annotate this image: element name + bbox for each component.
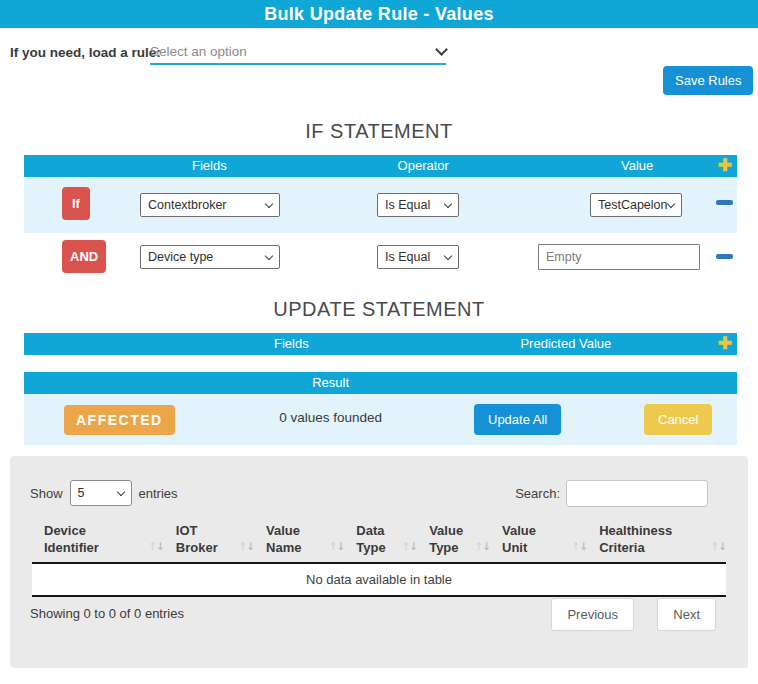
- search-control: Search:: [515, 480, 708, 507]
- column-label: Unit: [502, 540, 527, 555]
- update-header-fields: Fields: [149, 333, 434, 355]
- and-connector-badge: AND: [62, 240, 106, 273]
- sort-icon: ↑↓: [148, 538, 164, 555]
- entries-label: entries: [139, 486, 178, 501]
- column-label: Data: [356, 523, 384, 538]
- update-header-predicted-value: Predicted Value: [452, 333, 680, 355]
- sort-icon: ↑↓: [572, 538, 588, 555]
- result-strip: AFFECTED 0 values founded Update All Can…: [24, 394, 737, 445]
- values-table: Device Identifier ↑↓ IOT Broker ↑↓ Value…: [32, 516, 726, 597]
- column-header-value-unit[interactable]: Value Unit ↑↓: [490, 516, 587, 563]
- and-value-input[interactable]: [538, 244, 700, 270]
- chevron-down-icon: [667, 200, 675, 208]
- show-label: Show: [30, 486, 63, 501]
- column-label: Broker: [176, 540, 218, 555]
- search-label: Search:: [515, 486, 560, 501]
- previous-page-button[interactable]: Previous: [551, 598, 634, 631]
- load-rule-selected-value: Select an option: [150, 44, 247, 59]
- if-header-operator: Operator: [309, 155, 537, 177]
- and-operator-value: Is Equal: [385, 250, 430, 264]
- search-input[interactable]: [566, 480, 708, 507]
- update-all-button[interactable]: Update All: [474, 404, 561, 435]
- add-update-icon[interactable]: ✚: [718, 333, 732, 355]
- chevron-down-icon: [265, 200, 273, 208]
- chevron-down-icon: [435, 43, 448, 56]
- remove-condition-icon[interactable]: [716, 200, 733, 205]
- result-header-label: Result: [24, 372, 637, 394]
- column-header-iot-broker[interactable]: IOT Broker ↑↓: [164, 516, 254, 563]
- result-header-bar: Result: [24, 372, 737, 394]
- add-condition-icon[interactable]: ✚: [718, 155, 732, 177]
- load-rule-label: If you need, load a rule:: [10, 45, 161, 60]
- if-condition-row: If Contextbroker Is Equal TestCapelon: [24, 177, 737, 233]
- remove-condition-icon[interactable]: [716, 254, 733, 259]
- chevron-down-icon: [265, 252, 273, 260]
- if-connector-badge: If: [62, 187, 90, 220]
- chevron-down-icon: [444, 252, 452, 260]
- column-label: Value: [429, 523, 463, 538]
- if-operator-select[interactable]: Is Equal: [377, 193, 459, 217]
- column-label: Value: [502, 523, 536, 538]
- page-size-select[interactable]: 5: [70, 480, 132, 506]
- update-columns-header: Fields Predicted Value ✚: [24, 333, 737, 355]
- update-statement-heading: UPDATE STATEMENT: [0, 298, 758, 321]
- cancel-button[interactable]: Cancel: [644, 404, 712, 435]
- column-label: IOT: [176, 523, 198, 538]
- if-value-select[interactable]: TestCapelon: [590, 193, 682, 217]
- bulk-update-rule-page: Bulk Update Rule - Values If you need, l…: [0, 0, 758, 684]
- show-entries-control: Show 5 entries: [30, 480, 178, 506]
- column-label: Identifier: [44, 540, 99, 555]
- and-condition-row: AND Device type Is Equal: [24, 233, 737, 283]
- results-table-panel: Show 5 entries Search: Device Identifier: [10, 456, 748, 668]
- column-header-device-identifier[interactable]: Device Identifier ↑↓: [32, 516, 164, 563]
- column-label: Type: [356, 540, 385, 555]
- sort-icon: ↑↓: [402, 538, 418, 555]
- column-label: Device: [44, 523, 86, 538]
- sort-icon: ↑↓: [474, 538, 490, 555]
- column-label: Value: [266, 523, 300, 538]
- if-operator-value: Is Equal: [385, 198, 430, 212]
- column-label: Criteria: [599, 540, 645, 555]
- table-info-text: Showing 0 to 0 of 0 entries: [30, 606, 184, 621]
- column-header-healthiness-criteria[interactable]: Healthiness Criteria ↑↓: [587, 516, 726, 563]
- column-header-value-name[interactable]: Value Name ↑↓: [254, 516, 344, 563]
- sort-icon: ↑↓: [238, 538, 254, 555]
- sort-icon: ↑↓: [329, 538, 345, 555]
- if-field-select[interactable]: Contextbroker: [140, 193, 280, 217]
- load-rule-select[interactable]: Select an option: [150, 39, 446, 65]
- and-operator-select[interactable]: Is Equal: [377, 245, 459, 269]
- and-field-select[interactable]: Device type: [140, 245, 280, 269]
- page-title: Bulk Update Rule - Values: [0, 0, 758, 28]
- chevron-down-icon: [444, 200, 452, 208]
- column-label: Name: [266, 540, 301, 555]
- next-page-button[interactable]: Next: [657, 598, 716, 631]
- save-rules-button[interactable]: Save Rules: [663, 66, 753, 95]
- if-field-value: Contextbroker: [148, 198, 227, 212]
- empty-table-message: No data available in table: [32, 563, 726, 596]
- chevron-down-icon: [116, 488, 124, 496]
- if-statement-heading: IF STATEMENT: [0, 120, 758, 143]
- column-label: Healthiness: [599, 523, 672, 538]
- empty-table-row: No data available in table: [32, 563, 726, 596]
- if-value-value: TestCapelon: [598, 198, 668, 212]
- page-size-value: 5: [78, 486, 85, 500]
- column-header-value-type[interactable]: Value Type ↑↓: [417, 516, 490, 563]
- column-header-data-type[interactable]: Data Type ↑↓: [344, 516, 417, 563]
- column-label: Type: [429, 540, 458, 555]
- if-columns-header: Fields Operator Value ✚: [24, 155, 737, 177]
- and-field-value: Device type: [148, 250, 213, 264]
- sort-icon: ↑↓: [710, 538, 726, 555]
